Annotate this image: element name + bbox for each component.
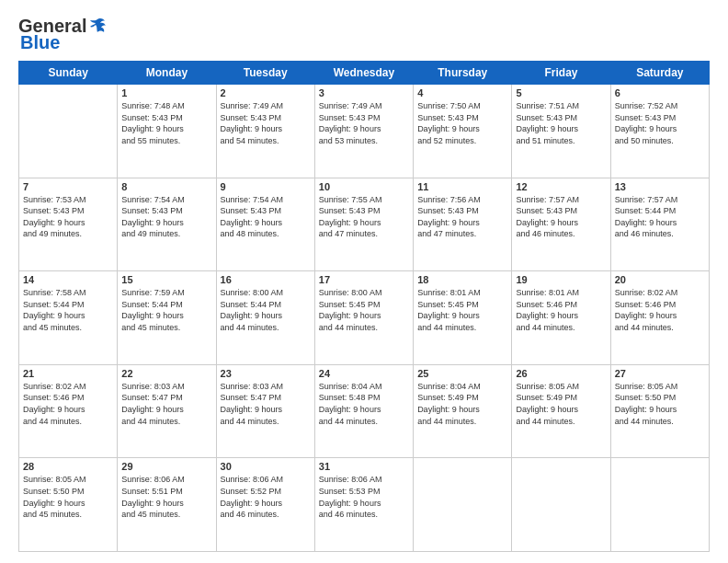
day-number: 4 xyxy=(417,87,507,98)
calendar-cell: 24Sunrise: 8:04 AMSunset: 5:48 PMDayligh… xyxy=(314,364,413,458)
weekday-header-friday: Friday xyxy=(512,62,610,85)
day-number: 19 xyxy=(516,274,606,285)
day-number: 5 xyxy=(516,87,606,98)
day-number: 17 xyxy=(319,274,409,285)
calendar-week-5: 28Sunrise: 8:05 AMSunset: 5:50 PMDayligh… xyxy=(19,458,710,552)
day-info: Sunrise: 8:06 AMSunset: 5:51 PMDaylight:… xyxy=(121,474,211,520)
calendar-cell: 21Sunrise: 8:02 AMSunset: 5:46 PMDayligh… xyxy=(19,364,118,458)
day-number: 20 xyxy=(615,274,705,285)
day-number: 3 xyxy=(319,87,409,98)
day-info: Sunrise: 7:55 AMSunset: 5:43 PMDaylight:… xyxy=(319,194,409,240)
day-number: 8 xyxy=(121,181,211,192)
day-info: Sunrise: 7:54 AMSunset: 5:43 PMDaylight:… xyxy=(221,194,311,240)
day-info: Sunrise: 7:59 AMSunset: 5:44 PMDaylight:… xyxy=(121,287,211,333)
calendar-cell: 2Sunrise: 7:49 AMSunset: 5:43 PMDaylight… xyxy=(216,85,314,178)
day-info: Sunrise: 7:57 AMSunset: 5:44 PMDaylight:… xyxy=(615,194,705,240)
calendar-cell: 8Sunrise: 7:54 AMSunset: 5:43 PMDaylight… xyxy=(118,178,216,271)
day-info: Sunrise: 7:49 AMSunset: 5:43 PMDaylight:… xyxy=(221,100,311,146)
day-info: Sunrise: 8:01 AMSunset: 5:45 PMDaylight:… xyxy=(417,287,507,333)
calendar-cell: 1Sunrise: 7:48 AMSunset: 5:43 PMDaylight… xyxy=(118,85,216,178)
day-number: 23 xyxy=(221,368,311,379)
weekday-header-thursday: Thursday xyxy=(414,62,512,85)
calendar-cell: 3Sunrise: 7:49 AMSunset: 5:43 PMDaylight… xyxy=(314,85,413,178)
day-number: 1 xyxy=(121,87,211,98)
day-info: Sunrise: 8:02 AMSunset: 5:46 PMDaylight:… xyxy=(615,287,705,333)
day-number: 2 xyxy=(221,87,311,98)
calendar-cell: 22Sunrise: 8:03 AMSunset: 5:47 PMDayligh… xyxy=(118,364,216,458)
day-info: Sunrise: 7:58 AMSunset: 5:44 PMDaylight:… xyxy=(23,287,113,333)
day-number: 26 xyxy=(516,368,606,379)
calendar-cell: 9Sunrise: 7:54 AMSunset: 5:43 PMDaylight… xyxy=(216,178,314,271)
calendar-cell: 28Sunrise: 8:05 AMSunset: 5:50 PMDayligh… xyxy=(19,458,118,552)
day-info: Sunrise: 8:02 AMSunset: 5:46 PMDaylight:… xyxy=(23,381,113,427)
day-info: Sunrise: 7:53 AMSunset: 5:43 PMDaylight:… xyxy=(23,194,113,240)
day-info: Sunrise: 8:04 AMSunset: 5:49 PMDaylight:… xyxy=(417,381,507,427)
calendar-cell: 25Sunrise: 8:04 AMSunset: 5:49 PMDayligh… xyxy=(414,364,512,458)
day-number: 11 xyxy=(417,181,507,192)
day-number: 6 xyxy=(615,87,705,98)
calendar-cell: 30Sunrise: 8:06 AMSunset: 5:52 PMDayligh… xyxy=(216,458,314,552)
calendar-cell: 27Sunrise: 8:05 AMSunset: 5:50 PMDayligh… xyxy=(610,364,709,458)
header: General Blue xyxy=(18,17,710,52)
calendar-cell: 11Sunrise: 7:56 AMSunset: 5:43 PMDayligh… xyxy=(414,178,512,271)
day-info: Sunrise: 8:05 AMSunset: 5:49 PMDaylight:… xyxy=(516,381,606,427)
day-number: 13 xyxy=(615,181,705,192)
day-info: Sunrise: 8:00 AMSunset: 5:45 PMDaylight:… xyxy=(319,287,409,333)
calendar-cell: 6Sunrise: 7:52 AMSunset: 5:43 PMDaylight… xyxy=(610,85,709,178)
day-number: 27 xyxy=(615,368,705,379)
day-number: 10 xyxy=(319,181,409,192)
calendar-cell: 14Sunrise: 7:58 AMSunset: 5:44 PMDayligh… xyxy=(19,271,118,365)
day-info: Sunrise: 7:50 AMSunset: 5:43 PMDaylight:… xyxy=(417,100,507,146)
day-info: Sunrise: 8:05 AMSunset: 5:50 PMDaylight:… xyxy=(615,381,705,427)
logo-blue-text: Blue xyxy=(18,33,60,52)
calendar-cell: 20Sunrise: 8:02 AMSunset: 5:46 PMDayligh… xyxy=(610,271,709,365)
calendar-cell: 13Sunrise: 7:57 AMSunset: 5:44 PMDayligh… xyxy=(610,178,709,271)
weekday-header-wednesday: Wednesday xyxy=(314,62,413,85)
day-number: 12 xyxy=(516,181,606,192)
calendar-week-3: 14Sunrise: 7:58 AMSunset: 5:44 PMDayligh… xyxy=(19,271,710,365)
calendar-week-4: 21Sunrise: 8:02 AMSunset: 5:46 PMDayligh… xyxy=(19,364,710,458)
day-number: 30 xyxy=(221,461,311,472)
day-info: Sunrise: 8:00 AMSunset: 5:44 PMDaylight:… xyxy=(221,287,311,333)
calendar-cell: 23Sunrise: 8:03 AMSunset: 5:47 PMDayligh… xyxy=(216,364,314,458)
day-number: 31 xyxy=(319,461,409,472)
weekday-header-sunday: Sunday xyxy=(19,62,118,85)
day-info: Sunrise: 8:03 AMSunset: 5:47 PMDaylight:… xyxy=(121,381,211,427)
calendar-cell: 12Sunrise: 7:57 AMSunset: 5:43 PMDayligh… xyxy=(512,178,610,271)
calendar-cell: 5Sunrise: 7:51 AMSunset: 5:43 PMDaylight… xyxy=(512,85,610,178)
day-number: 9 xyxy=(221,181,311,192)
calendar-cell: 17Sunrise: 8:00 AMSunset: 5:45 PMDayligh… xyxy=(314,271,413,365)
calendar-cell: 16Sunrise: 8:00 AMSunset: 5:44 PMDayligh… xyxy=(216,271,314,365)
calendar-cell xyxy=(610,458,709,552)
day-number: 29 xyxy=(121,461,211,472)
calendar-header-row: SundayMondayTuesdayWednesdayThursdayFrid… xyxy=(19,62,710,85)
day-info: Sunrise: 8:03 AMSunset: 5:47 PMDaylight:… xyxy=(221,381,311,427)
calendar-cell: 26Sunrise: 8:05 AMSunset: 5:49 PMDayligh… xyxy=(512,364,610,458)
day-number: 7 xyxy=(23,181,113,192)
weekday-header-monday: Monday xyxy=(118,62,216,85)
day-info: Sunrise: 7:54 AMSunset: 5:43 PMDaylight:… xyxy=(121,194,211,240)
day-info: Sunrise: 8:01 AMSunset: 5:46 PMDaylight:… xyxy=(516,287,606,333)
weekday-header-tuesday: Tuesday xyxy=(216,62,314,85)
calendar-cell: 19Sunrise: 8:01 AMSunset: 5:46 PMDayligh… xyxy=(512,271,610,365)
day-info: Sunrise: 8:06 AMSunset: 5:52 PMDaylight:… xyxy=(221,474,311,520)
logo-bird-icon xyxy=(88,17,107,35)
page: General Blue SundayMondayTuesdayWednesda… xyxy=(0,0,728,563)
calendar-cell xyxy=(512,458,610,552)
calendar-cell: 7Sunrise: 7:53 AMSunset: 5:43 PMDaylight… xyxy=(19,178,118,271)
calendar-cell: 29Sunrise: 8:06 AMSunset: 5:51 PMDayligh… xyxy=(118,458,216,552)
day-number: 22 xyxy=(121,368,211,379)
calendar-cell: 4Sunrise: 7:50 AMSunset: 5:43 PMDaylight… xyxy=(414,85,512,178)
day-info: Sunrise: 8:06 AMSunset: 5:53 PMDaylight:… xyxy=(319,474,409,520)
weekday-header-saturday: Saturday xyxy=(610,62,709,85)
day-number: 25 xyxy=(417,368,507,379)
day-number: 16 xyxy=(221,274,311,285)
day-info: Sunrise: 7:48 AMSunset: 5:43 PMDaylight:… xyxy=(121,100,211,146)
day-number: 18 xyxy=(417,274,507,285)
calendar-cell xyxy=(414,458,512,552)
day-info: Sunrise: 7:51 AMSunset: 5:43 PMDaylight:… xyxy=(516,100,606,146)
logo: General Blue xyxy=(18,17,107,52)
day-number: 15 xyxy=(121,274,211,285)
calendar-week-1: 1Sunrise: 7:48 AMSunset: 5:43 PMDaylight… xyxy=(19,85,710,178)
day-info: Sunrise: 7:49 AMSunset: 5:43 PMDaylight:… xyxy=(319,100,409,146)
